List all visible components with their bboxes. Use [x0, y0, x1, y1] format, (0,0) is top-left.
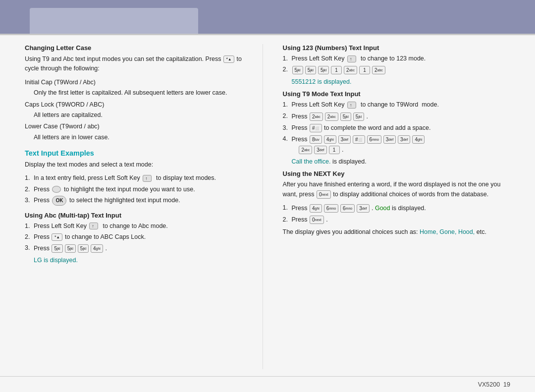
main-step-3: 3. Press OK to select the highlighted te…	[25, 196, 253, 206]
num123-step-2: 2. 5jkl 5jkl 5jkl 1 2abc 1 2abc	[283, 65, 511, 75]
key-5jkl-d: 5jkl	[340, 112, 351, 121]
footer: VX5200 19	[0, 376, 535, 392]
key-5jkl-2: 5jkl	[65, 244, 76, 253]
t9-call-office: Call the office.	[292, 158, 331, 165]
left-column: Changing Letter Case Using T9 and Abc te…	[25, 44, 263, 369]
home-word: Home,	[420, 228, 438, 235]
key-5jkl-e: 5jkl	[353, 112, 364, 121]
header-bar	[0, 0, 535, 34]
key-2abc-d: 2abc	[325, 112, 338, 121]
key-1-c: 1	[329, 146, 340, 154]
next-key-row-1: 4ghi 6mno 6mno 3def	[309, 204, 370, 213]
key-1-a: 1	[331, 66, 342, 74]
left-soft-key-icon-3	[347, 56, 356, 62]
next-step-2: 2. Press 0next .	[283, 215, 511, 224]
key-4ghi-2: 4ghi	[324, 135, 336, 144]
num123-displayed-text: 5551212 is displayed.	[283, 78, 511, 85]
abc-step-1: 1. Press Left Soft Key to change to Abc …	[25, 222, 253, 231]
key-5jkl-1: 5jkl	[52, 244, 62, 253]
num123-title: Using 123 (Numbers) Text Input	[283, 44, 511, 52]
key-3def-b: 3def	[383, 135, 396, 144]
t9-step-4: 4. Press 8tuv 4ghi 3def #⬜ 6mno 3def 3de…	[283, 134, 511, 155]
t9-key-row-4: 8tuv 4ghi 3def #⬜ 6mno 3def 3def 4ghi	[309, 135, 425, 144]
key-3def-c: 3def	[398, 135, 410, 144]
key-2abc-e: 2abc	[299, 146, 312, 154]
header-tab	[30, 8, 198, 34]
key-5jkl-3: 5jkl	[78, 244, 89, 253]
key-6mno-b: 6mno	[324, 204, 338, 213]
t9-step-3: 3. Press #⬜ to complete the word and add…	[283, 123, 511, 133]
lower-case-label: Lower Case (T9word / abc)	[25, 122, 253, 131]
key-3def-d: 3def	[314, 146, 326, 154]
footer-model: VX5200	[478, 381, 500, 388]
key-6mno-a: 6mno	[367, 135, 381, 144]
right-column: Using 123 (Numbers) Text Input 1. Press …	[278, 44, 511, 369]
t9-step-2: 2. Press 2abc 2abc 5jkl 5jkl .	[283, 112, 511, 122]
t9-steps-list: 1. Press Left Soft Key to change to T9Wo…	[283, 100, 511, 155]
key-4ghi-1: 4ghi	[91, 244, 103, 253]
nav-icon	[52, 186, 61, 193]
ok-icon: OK	[52, 196, 66, 206]
changing-letter-case-title: Changing Letter Case	[25, 44, 253, 52]
abc-step-3: 3. Press 5jkl 5jkl 5jkl 4ghi .	[25, 243, 253, 254]
caps-lock-detail: All letters are capitalized.	[25, 111, 253, 120]
key-2abc-c: 2abc	[310, 112, 323, 121]
abc-displayed-text: LG is displayed.	[25, 257, 253, 264]
next-steps-list: 1. Press 4ghi 6mno 6mno 3def . Good is d…	[283, 203, 511, 224]
lower-case-detail: All letters are in lower case.	[25, 133, 253, 142]
key-6mno-c: 6mno	[340, 204, 355, 213]
next-step-1: 1. Press 4ghi 6mno 6mno 3def . Good is d…	[283, 203, 511, 214]
abc-step-2: 2. Press *▲ to change to ABC Caps Lock.	[25, 232, 253, 242]
next-key-text: After you have finished entering a word,…	[283, 180, 511, 199]
num123-key-row: 5jkl 5jkl 5jkl 1 2abc 1 2abc	[292, 66, 386, 74]
examples-intro: Display the text modes and select a text…	[25, 160, 253, 169]
abc-steps-list: 1. Press Left Soft Key to change to Abc …	[25, 222, 253, 254]
star-shift-key: *▲	[223, 56, 234, 63]
initial-cap-label: Initial Cap (T9Word / Abc)	[25, 78, 253, 87]
changing-letter-case-text: Using T9 and Abc text input modes you ca…	[25, 55, 253, 74]
key-4ghi-3: 4ghi	[412, 135, 425, 144]
main-step-1: 1. In a text entry field, press Left Sof…	[25, 173, 253, 183]
key-3def-a: 3def	[338, 135, 351, 144]
left-soft-key-icon-1	[143, 175, 152, 182]
abc-section-title: Using Abc (Multi-tap) Text Input	[25, 212, 253, 219]
next-choices-text: The display gives you additional choices…	[283, 227, 511, 237]
key-8tuv: 8tuv	[310, 135, 322, 144]
left-soft-key-icon-2	[89, 223, 98, 229]
t9-title: Using T9 Mode Text Input	[283, 90, 511, 98]
main-step-2: 2. Press to highlight the text input mod…	[25, 185, 253, 194]
initial-cap-detail: Only the first letter is capitalized. Al…	[25, 88, 253, 98]
key-0next: 0next	[317, 190, 331, 199]
abc-key-row: 5jkl 5jkl 5jkl 4ghi	[51, 244, 103, 253]
key-2abc-a: 2abc	[344, 66, 357, 74]
t9-displayed-text: Call the office. is displayed.	[283, 158, 511, 165]
left-soft-key-icon-4	[347, 102, 356, 109]
t9-key-row-2: 2abc 2abc 5jkl 5jkl	[309, 112, 365, 121]
star-caps-key: *▲	[52, 233, 62, 241]
key-5jkl-c: 5jkl	[318, 66, 329, 74]
key-hash-2: #⬜	[353, 135, 365, 144]
num123-step-1: 1. Press Left Soft Key to change to 123 …	[283, 54, 511, 63]
footer-page: 19	[503, 381, 510, 388]
caps-lock-label: Caps Lock (T9WORD / ABC)	[25, 100, 253, 110]
text-input-examples-title: Text Input Examples	[25, 149, 253, 157]
key-0next-2: 0next	[310, 216, 324, 224]
key-5jkl-a: 5jkl	[292, 66, 303, 74]
t9-key-row-4b: 2abc 3def 1	[298, 146, 340, 154]
key-4ghi-4: 4ghi	[310, 204, 322, 213]
good-word: Good	[375, 205, 390, 212]
t9-step-1: 1. Press Left Soft Key to change to T9Wo…	[283, 100, 511, 110]
next-key-title: Using the NEXT Key	[283, 170, 511, 177]
key-5jkl-b: 5jkl	[305, 66, 316, 74]
main-steps-list: 1. In a text entry field, press Left Sof…	[25, 173, 253, 205]
key-1-b: 1	[359, 66, 370, 74]
key-2abc-b: 2abc	[372, 66, 385, 74]
key-3def-e: 3def	[357, 204, 369, 213]
num123-steps-list: 1. Press Left Soft Key to change to 123 …	[283, 54, 511, 75]
key-hash: #⬜	[310, 124, 322, 132]
gone-word: Gone, Hood,	[439, 228, 475, 235]
